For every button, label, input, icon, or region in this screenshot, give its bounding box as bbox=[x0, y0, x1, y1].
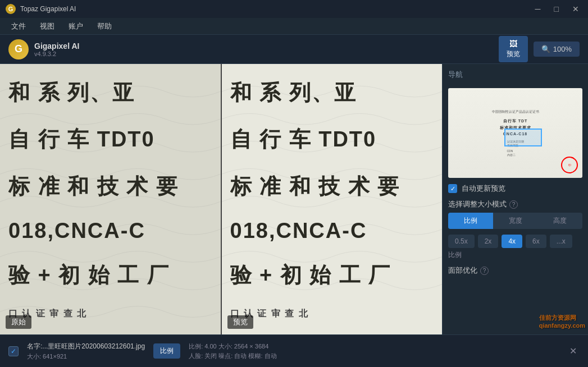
zoom-button[interactable]: 🔍 100% bbox=[534, 42, 580, 57]
thumb-highlight bbox=[504, 129, 542, 146]
preview-panel: 和 系 列、亚 自 行 车 TDT0 标 准 和 技 术 要 018,CNCA-… bbox=[221, 64, 443, 334]
version-label: v4.9.3.2 bbox=[34, 51, 79, 57]
menubar: 文件 视图 账户 帮助 bbox=[0, 18, 588, 35]
thumb-line-1: 自行车 TDT bbox=[503, 118, 528, 124]
sidebar: 导航 中国强制性认证产品品认证证书 自行车 TDT 标准和技术要求 CNCA-C… bbox=[442, 64, 588, 334]
menu-view[interactable]: 视图 bbox=[34, 19, 60, 34]
file-details: 比例: 4.00 大小: 2564 × 3684 人脸: 关闭 噪点: 自动 模… bbox=[189, 342, 276, 360]
app-title: Topaz Gigapixel AI bbox=[20, 5, 76, 13]
face-opt-section: 面部优化 ? bbox=[448, 265, 582, 276]
red-stamp: 印 bbox=[561, 157, 578, 173]
watermark: 佳前方资源网qianfangzy.com bbox=[539, 314, 585, 329]
scale-mode-title-row: 选择调整大小模式 ? bbox=[448, 199, 582, 209]
maximize-button[interactable]: □ bbox=[551, 3, 562, 15]
tab-width[interactable]: 宽度 bbox=[493, 213, 538, 229]
tab-height[interactable]: 高度 bbox=[537, 213, 582, 229]
scale-mode-tabs: 比例 宽度 高度 bbox=[448, 213, 582, 229]
original-line-4: 018,CNCA-C bbox=[8, 219, 212, 243]
logo-icon: G bbox=[8, 39, 29, 59]
preview-button[interactable]: 🖼 预览 bbox=[499, 36, 528, 62]
scale-opt-morex[interactable]: ...x bbox=[550, 235, 572, 248]
statusbar: ✓ 名字:...里旺旺图片20200603212601.jpg 大小: 641×… bbox=[0, 334, 588, 367]
original-line-3: 标 准 和 技 术 要 bbox=[8, 172, 212, 201]
app-name-label: Gigapixel AI bbox=[34, 42, 79, 51]
menu-file[interactable]: 文件 bbox=[6, 19, 31, 34]
scale-label: 比例 bbox=[448, 250, 582, 260]
file-name: 名字:...里旺旺图片20200603212601.jpg bbox=[27, 342, 145, 351]
face-opt-label: 面部优化 bbox=[448, 265, 477, 276]
tab-ratio[interactable]: 比例 bbox=[448, 213, 493, 229]
window-controls: ─ □ ✕ bbox=[532, 3, 582, 15]
image-comparison: 和 系 列、亚 自 行 车 TDT0 标 准 和 技 术 要 018,CNCA-… bbox=[0, 64, 442, 334]
preview-line-2: 自 行 车 TDT0 bbox=[230, 125, 434, 154]
menu-account[interactable]: 账户 bbox=[63, 19, 89, 34]
preview-icon: 🖼 bbox=[509, 39, 517, 48]
toolbar: G Gigapixel AI v4.9.3.2 🖼 预览 🔍 100% bbox=[0, 35, 588, 64]
app-icon: G bbox=[6, 4, 16, 14]
auto-update-row: ✓ 自动更新预览 bbox=[448, 184, 582, 194]
preview-line-6: 口 认 证 审 查 北 bbox=[230, 308, 434, 320]
detail-line-1: 比例: 4.00 大小: 2564 × 3684 bbox=[189, 342, 276, 351]
file-dims: 大小: 641×921 bbox=[27, 352, 145, 361]
scale-options-row: 0.5x 2x 4x 6x ...x bbox=[448, 235, 582, 248]
file-info: 名字:...里旺旺图片20200603212601.jpg 大小: 641×92… bbox=[27, 342, 145, 361]
preview-label: 预览 bbox=[507, 49, 520, 59]
zoom-level: 100% bbox=[553, 45, 572, 53]
nav-thumbnail: 中国强制性认证产品品认证证书 自行车 TDT 标准和技术要求 CNCA-C18 … bbox=[448, 88, 582, 178]
nav-title: 导航 bbox=[448, 70, 582, 80]
original-label: 原始 bbox=[6, 315, 31, 329]
auto-update-label: 自动更新预览 bbox=[462, 184, 505, 194]
scale-opt-6x[interactable]: 6x bbox=[526, 235, 546, 248]
scale-mode-title: 选择调整大小模式 bbox=[448, 199, 507, 209]
logo-text: Gigapixel AI v4.9.3.2 bbox=[34, 42, 79, 57]
original-line-5: 验 + 初 始 工 厂 bbox=[8, 261, 212, 290]
preview-line-1: 和 系 列、亚 bbox=[230, 79, 434, 107]
zoom-icon: 🔍 bbox=[541, 45, 550, 53]
preview-label: 预览 bbox=[227, 315, 253, 329]
close-button[interactable]: ✕ bbox=[569, 3, 582, 15]
detail-line-2: 人脸: 关闭 噪点: 自动 模糊: 自动 bbox=[189, 352, 276, 360]
status-checkbox[interactable]: ✓ bbox=[8, 346, 19, 356]
original-line-1: 和 系 列、亚 bbox=[8, 79, 212, 107]
toolbar-right: 🖼 预览 🔍 100% bbox=[499, 36, 580, 62]
scale-opt-2x[interactable]: 2x bbox=[478, 235, 499, 248]
original-text-overlay: 和 系 列、亚 自 行 车 TDT0 标 准 和 技 术 要 018,CNCA-… bbox=[0, 64, 221, 334]
original-line-2: 自 行 车 TDT0 bbox=[8, 125, 212, 154]
titlebar: G Topaz Gigapixel AI ─ □ ✕ bbox=[0, 0, 588, 18]
scale-mode-help-icon[interactable]: ? bbox=[509, 200, 518, 209]
preview-line-4: 018,CNCA-C bbox=[230, 219, 434, 243]
original-image: 和 系 列、亚 自 行 车 TDT0 标 准 和 技 术 要 018,CNCA-… bbox=[0, 64, 221, 334]
original-line-6: 口 认 证 审 查 北 bbox=[8, 308, 212, 320]
face-opt-help-icon[interactable]: ? bbox=[480, 267, 489, 275]
minimize-button[interactable]: ─ bbox=[532, 3, 544, 15]
menu-help[interactable]: 帮助 bbox=[92, 19, 117, 34]
scale-opt-0.5x[interactable]: 0.5x bbox=[448, 235, 475, 248]
content-area: 和 系 列、亚 自 行 车 TDT0 标 准 和 技 术 要 018,CNCA-… bbox=[0, 64, 588, 334]
scale-options-section: 0.5x 2x 4x 6x ...x 比例 bbox=[448, 235, 582, 260]
preview-image: 和 系 列、亚 自 行 车 TDT0 标 准 和 技 术 要 018,CNCA-… bbox=[222, 64, 443, 334]
logo-area: G Gigapixel AI v4.9.3.2 bbox=[8, 39, 79, 59]
preview-text-overlay: 和 系 列、亚 自 行 车 TDT0 标 准 和 技 术 要 018,CNCA-… bbox=[222, 64, 443, 334]
auto-update-checkbox[interactable]: ✓ bbox=[448, 184, 457, 193]
preview-line-3: 标 准 和 技 术 要 bbox=[230, 172, 434, 201]
original-panel: 和 系 列、亚 自 行 车 TDT0 标 准 和 技 术 要 018,CNCA-… bbox=[0, 64, 221, 334]
preview-line-5: 验 + 初 始 工 厂 bbox=[230, 261, 434, 290]
close-status-button[interactable]: ✕ bbox=[567, 343, 580, 359]
scale-opt-4x[interactable]: 4x bbox=[502, 235, 522, 248]
scale-button[interactable]: 比例 bbox=[153, 343, 180, 359]
scale-mode-section: 选择调整大小模式 ? 比例 宽度 高度 bbox=[448, 199, 582, 229]
